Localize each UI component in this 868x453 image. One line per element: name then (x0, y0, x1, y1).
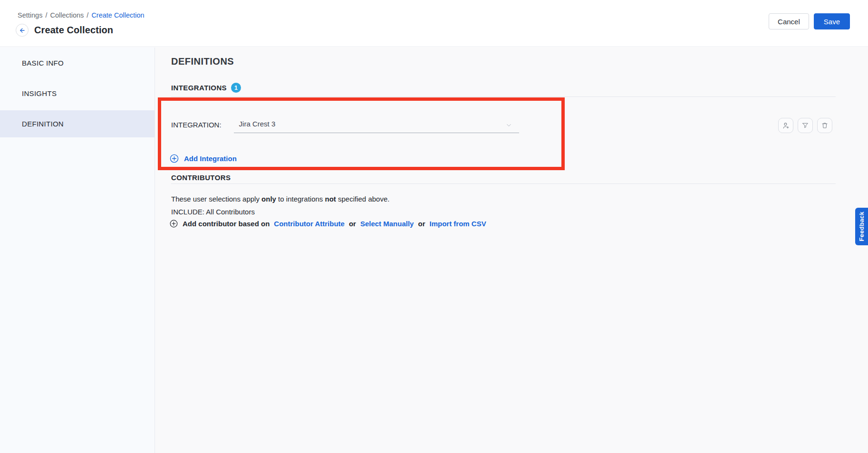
integration-select[interactable]: Jira Crest 3 (234, 118, 519, 133)
cancel-button[interactable]: Cancel (769, 13, 809, 29)
definitions-heading: DEFINITIONS (171, 56, 234, 67)
integrations-count-badge: 1 (231, 83, 241, 93)
contributor-attribute-link[interactable]: Contributor Attribute (274, 220, 345, 228)
sidebar-item-basic-info[interactable]: BASIC INFO (0, 49, 154, 77)
breadcrumb-create-collection[interactable]: Create Collection (91, 11, 144, 19)
settings-sidebar: BASIC INFO INSIGHTS DEFINITION (0, 48, 155, 453)
sidebar-item-label: BASIC INFO (22, 59, 64, 67)
note-bold: only (261, 195, 276, 203)
back-button[interactable] (16, 24, 29, 37)
page-title: Create Collection (34, 25, 113, 36)
include-all-contributors-line: INCLUDE: All Contributors (171, 208, 255, 216)
filter-icon (801, 122, 809, 129)
integration-select-value: Jira Crest 3 (239, 120, 276, 128)
chevron-down-icon (505, 122, 512, 129)
add-user-icon (782, 122, 790, 130)
breadcrumb-separator: / (87, 11, 88, 19)
arrow-left-icon (19, 27, 26, 34)
delete-button[interactable] (817, 118, 832, 133)
add-user-button[interactable] (778, 118, 793, 133)
note-text: to integrations (276, 195, 325, 203)
contributors-note: These user selections apply only to inte… (171, 195, 389, 203)
filter-button[interactable] (798, 118, 813, 133)
trash-icon (821, 122, 829, 129)
add-integration-link[interactable]: Add Integration (169, 154, 237, 164)
plus-circle-icon (169, 154, 179, 164)
sidebar-item-label: DEFINITION (22, 120, 64, 128)
divider (171, 183, 836, 184)
sidebar-item-definition[interactable]: DEFINITION (0, 110, 154, 137)
or-text: or (349, 220, 356, 228)
note-text: These user selections apply (171, 195, 261, 203)
breadcrumb: Settings / Collections / Create Collecti… (18, 11, 145, 19)
add-contributor-prefix: Add contributor based on (183, 220, 270, 228)
integration-field-label: INTEGRATION: (171, 118, 222, 129)
save-button[interactable]: Save (814, 13, 850, 29)
feedback-tab-label: Feedback (858, 212, 865, 241)
add-contributor-row: Add contributor based on Contributor Att… (169, 219, 486, 228)
sidebar-item-insights[interactable]: INSIGHTS (0, 80, 154, 107)
or-text: or (418, 220, 425, 228)
select-manually-link[interactable]: Select Manually (360, 220, 414, 228)
feedback-tab[interactable]: Feedback (855, 208, 868, 245)
import-from-csv-link[interactable]: Import from CSV (429, 220, 486, 228)
breadcrumb-collections[interactable]: Collections (50, 11, 84, 19)
add-integration-label: Add Integration (184, 154, 237, 163)
note-bold: not (325, 195, 336, 203)
plus-circle-icon (169, 219, 178, 228)
page-header: Settings / Collections / Create Collecti… (0, 0, 868, 47)
breadcrumb-settings[interactable]: Settings (18, 11, 42, 19)
contributors-section-label: CONTRIBUTORS (171, 173, 231, 182)
divider (171, 96, 836, 97)
breadcrumb-separator: / (45, 11, 47, 19)
sidebar-item-label: INSIGHTS (22, 89, 57, 97)
definition-panel: DEFINITIONS INTEGRATIONS 1 INTEGRATION: … (155, 48, 868, 453)
integrations-section-label: INTEGRATIONS (171, 84, 227, 92)
note-text: specified above. (336, 195, 390, 203)
